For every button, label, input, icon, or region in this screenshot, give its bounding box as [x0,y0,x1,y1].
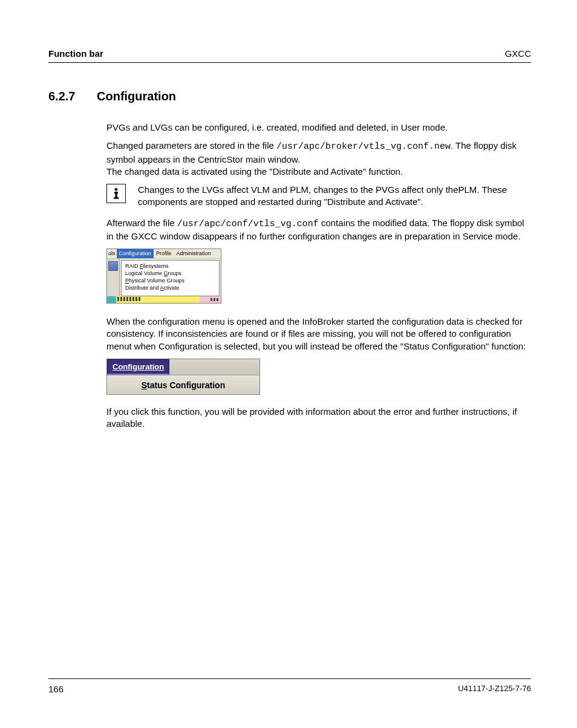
ui-screenshot-configuration-menu: ols Configuration Profile Administration… [106,249,221,304]
menu-item-truncated[interactable]: ols [107,249,117,258]
text: Afterward the file [106,218,177,228]
page-header: Function bar GXCC [48,48,531,63]
info-text: Changes to the LVGs affect VLM and PLM, … [138,184,531,209]
header-right: GXCC [505,48,531,59]
paragraph: Afterward the file /usr/apc/conf/vtls_vg… [106,217,531,243]
section-title: Configuration [97,89,176,103]
dropdown-item-raid-filesystems[interactable]: RAID Filesystems [122,262,219,270]
paragraph: If you click this function, you will be … [106,406,531,431]
page-footer: 166 U41117-J-Z125-7-76 [48,678,531,694]
svg-rect-3 [114,197,119,199]
ui-screenshot-status-configuration: Configuration Status Configuration [106,359,260,395]
paragraph: PVGs and LVGs can be configured, i.e. cr… [106,122,531,134]
text: The changed data is activated using the … [106,166,403,177]
tab-configuration[interactable]: Configuration [107,359,169,375]
code-path: /usr/apc/broker/vtls_vg.conf.new [276,141,451,152]
menu-item-administration[interactable]: Administration [174,249,214,258]
svg-point-0 [115,188,118,191]
paragraph: When the configuration menu is opened an… [106,316,531,353]
code-path: /usr/apc/conf/vtls_vg.conf [177,219,319,229]
menu-item-configuration[interactable]: Configuration [117,249,154,258]
section-heading: 6.2.7 Configuration [48,89,531,103]
tab-bar: Configuration [107,359,259,375]
section-number: 6.2.7 [48,89,97,103]
toolbar [107,259,120,296]
floppy-disk-icon[interactable] [108,261,118,271]
dropdown-item-distribute-and-activate[interactable]: Distribute and Activate [122,284,219,291]
document-id: U41117-J-Z125-7-76 [458,684,531,694]
paragraph: Changed parameters are stored in the fil… [106,140,531,178]
info-note: Changes to the LVGs affect VLM and PLM, … [106,184,531,209]
page-number: 166 [48,684,64,694]
text: Changed parameters are stored in the fil… [106,140,276,151]
info-icon [106,184,126,203]
dropdown-item-status-configuration[interactable]: Status Configuration [107,375,259,394]
status-segment [200,296,221,303]
configuration-dropdown: RAID Filesystems Logical Volume Groups P… [121,260,220,296]
dropdown-item-logical-volume-groups[interactable]: Logical Volume Groups [122,270,219,277]
dropdown-item-physical-volume-groups[interactable]: Physical Volume Groups [122,277,219,284]
status-segment [107,296,116,303]
menu-item-profile[interactable]: Profile [154,249,174,258]
status-strip [107,296,221,303]
menubar: ols Configuration Profile Administration [107,249,221,258]
svg-rect-2 [116,192,117,198]
status-segment [116,296,200,303]
header-left: Function bar [48,48,103,59]
